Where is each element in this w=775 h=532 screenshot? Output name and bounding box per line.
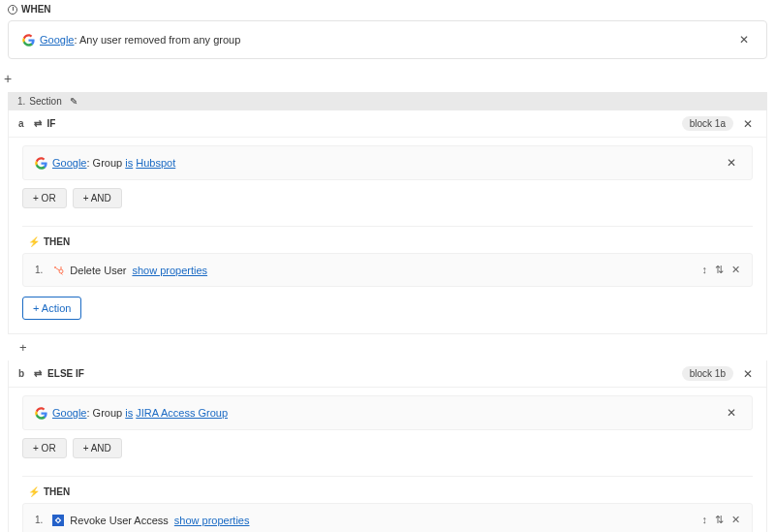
trigger-provider-link[interactable]: Google (40, 34, 74, 46)
svg-line-4 (61, 273, 63, 275)
svg-point-0 (54, 266, 56, 268)
block-badge: block 1b (682, 366, 733, 381)
then-label: THEN (44, 486, 70, 497)
condition-verb-link[interactable]: is (125, 407, 133, 419)
action-row: 1. Revoke User Access show properties ↕ … (22, 503, 753, 532)
then-header: ⚡ THEN (22, 486, 753, 497)
action-row: 1. Delete User show properties ↕ ⇅ ✕ (22, 253, 753, 287)
svg-line-2 (56, 267, 60, 269)
when-label: WHEN (21, 4, 51, 15)
branch-icon: ⇄ (34, 368, 42, 379)
reorder-icon[interactable]: ↕ (702, 514, 708, 526)
jira-icon (52, 515, 64, 526)
or-button[interactable]: + OR (22, 188, 67, 208)
google-icon (35, 157, 47, 170)
block-ordinal: b (18, 368, 24, 379)
add-action-button[interactable]: + Action (22, 297, 81, 320)
block-badge: block 1a (682, 116, 733, 131)
section-label: Section (29, 96, 61, 107)
block-kind: ELSE IF (47, 368, 84, 379)
action-ordinal: 1. (35, 265, 43, 275)
clock-icon (8, 5, 17, 15)
when-trigger-card: Google: Any user removed from any group … (8, 20, 767, 59)
move-icon[interactable]: ⇅ (715, 264, 724, 276)
google-icon (35, 407, 47, 420)
show-properties-link[interactable]: show properties (174, 515, 250, 526)
block-kind: IF (47, 118, 56, 129)
close-icon[interactable]: ✕ (739, 117, 757, 131)
condition-verb-link[interactable]: is (125, 157, 133, 169)
condition-prefix: : Group (86, 407, 125, 419)
and-button[interactable]: + AND (73, 438, 122, 458)
trigger-text: : Any user removed from any group (74, 34, 240, 46)
condition-prefix: : Group (86, 157, 125, 169)
hubspot-icon (52, 265, 64, 276)
close-icon[interactable]: ✕ (723, 156, 740, 170)
close-icon[interactable]: ✕ (731, 264, 740, 276)
condition-row: Google: Group is JIRA Access Group ✕ (22, 395, 753, 430)
add-block-between[interactable]: + (0, 334, 775, 360)
condition-provider-link[interactable]: Google (52, 407, 86, 419)
section-ordinal: 1. (17, 96, 25, 107)
move-icon[interactable]: ⇅ (715, 514, 724, 526)
bolt-icon: ⚡ (28, 486, 40, 497)
block-ordinal: a (18, 118, 24, 129)
close-icon[interactable]: ✕ (723, 406, 740, 420)
close-icon[interactable]: ✕ (735, 33, 753, 47)
or-button[interactable]: + OR (22, 438, 67, 458)
reorder-icon[interactable]: ↕ (702, 264, 708, 276)
block-1b: b ⇄ ELSE IF block 1b ✕ Google: Group is … (8, 360, 767, 532)
condition-value-link[interactable]: Hubspot (136, 157, 175, 169)
and-button[interactable]: + AND (73, 188, 122, 208)
pencil-icon[interactable]: ✎ (70, 96, 78, 107)
branch-icon: ⇄ (34, 118, 42, 129)
bolt-icon: ⚡ (28, 236, 40, 247)
then-label: THEN (44, 236, 70, 247)
then-header: ⚡ THEN (22, 236, 753, 247)
action-label: Revoke User Access (70, 515, 168, 526)
close-icon[interactable]: ✕ (731, 514, 740, 526)
block-1a: a ⇄ IF block 1a ✕ Google: Group is Hubsp… (8, 110, 767, 334)
condition-row: Google: Group is Hubspot ✕ (22, 145, 753, 180)
show-properties-link[interactable]: show properties (132, 265, 207, 276)
action-ordinal: 1. (35, 515, 43, 525)
condition-value-link[interactable]: JIRA Access Group (136, 407, 228, 419)
action-label: Delete User (70, 265, 126, 276)
condition-provider-link[interactable]: Google (52, 157, 86, 169)
close-icon[interactable]: ✕ (739, 367, 757, 381)
google-icon (22, 34, 35, 47)
section-header: 1.Section ✎ (8, 92, 767, 110)
when-header: WHEN (0, 0, 775, 18)
add-section-top[interactable]: + (0, 65, 775, 92)
